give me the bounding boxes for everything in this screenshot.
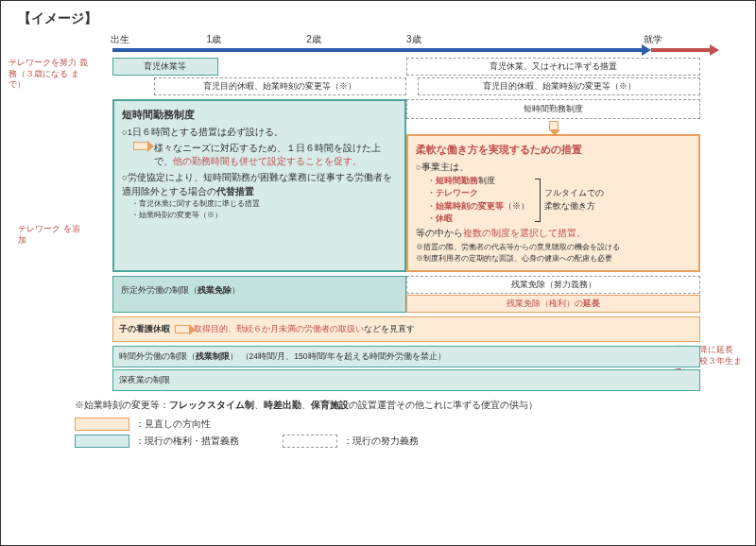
flex-note1: ※措置の際、労働者の代表等からの意見聴取の機会を設ける — [416, 242, 691, 253]
flex-bracket: フルタイムでの 柔軟な働き方 — [544, 187, 604, 213]
box-right-short: 短時間勤務制度 — [406, 99, 700, 119]
box-overtime-exempt: 所定外労働の制限（残業免除） — [112, 276, 406, 313]
legend-dash-label: ：現行の努力義務 — [343, 435, 419, 448]
box-time-limit: 時間外労働の制限（残業制限） （24時間/月、150時間/年を超える時間外労働を… — [112, 346, 700, 367]
box-nursing: 子の看護休暇 取得目的、勤続６か月未満の労働者の取扱いなどを見直す — [112, 316, 700, 342]
arrow-icon-2 — [175, 325, 190, 333]
short-time-title: 短時間勤務制度 — [122, 107, 397, 123]
flex-note2: ※制度利用者の定期的な面談、心身の健康への配慮も必要 — [416, 253, 691, 264]
legend-swatch-dash — [283, 435, 337, 448]
timeline-arrow-blue — [112, 48, 644, 52]
short-time-sub1: ・育児休業に関する制度に準じる措置 — [131, 198, 397, 210]
box-overtime-duty: 残業免除（努力義務） — [406, 276, 700, 294]
flex-b1: ・短時間勤務 — [427, 176, 478, 185]
timeline: 出生 1歳 2歳 3歳 就学 — [112, 33, 700, 58]
box-night: 深夜業の制限 — [112, 369, 700, 391]
arrow-down-icon — [549, 121, 558, 130]
flex-b3: ・始業時刻の変更等 — [427, 201, 504, 211]
box-overtime-extend: 残業免除（権利）の延長 — [406, 295, 700, 313]
flex-b2: ・テレワーク — [427, 187, 529, 200]
box-childcare-leave: 育児休業等 — [112, 58, 218, 76]
box-purpose-right: 育児目的休暇、始業時刻の変更等（※） — [418, 77, 700, 95]
box-childcare-equiv: 育児休業、又はそれに準ずる措置 — [406, 58, 700, 76]
page-title: 【イメージ】 — [18, 10, 738, 27]
flex-lead: ○事業主は、 — [416, 161, 691, 174]
flex-tail: 複数の制度を選択して措置。 — [463, 228, 586, 238]
flex-b4: ・休暇 — [427, 213, 529, 226]
legend-peach-label: ：見直しの方向性 — [135, 418, 211, 431]
flex-box: 柔軟な働き方を実現するための措置 ○事業主は、 ・短時間勤務制度 ・テレワーク … — [406, 134, 700, 272]
arrow-icon — [133, 142, 148, 150]
legend-swatch-teal — [75, 435, 129, 448]
footnote-legend: ※始業時刻の変更等：フレックスタイム制、時差出勤、保育施設の設置運営その他これに… — [75, 399, 738, 448]
short-time-box: 短時間勤務制度 ○1日６時間とする措置は必ず設ける。 様々なニーズに対応するため… — [112, 99, 406, 272]
short-time-p2b: 他の勤務時間も併せて設定することを促す。 — [173, 156, 362, 166]
short-time-sub2: ・始業時刻の変更等（※） — [131, 210, 397, 221]
flex-title: 柔軟な働き方を実現するための措置 — [416, 142, 691, 158]
timeline-arrow-red — [651, 48, 712, 52]
short-time-p3: ○労使協定により、短時間勤務が困難な業務に従事する労働者を適用除外とする場合の — [122, 172, 392, 196]
callout-telework-add: テレワーク を追加 — [18, 224, 84, 246]
legend-swatch-peach — [75, 418, 129, 431]
callout-telework-duty: テレワークを努力 義務（３歳になる まで） — [9, 58, 92, 91]
legend-teal-label: ：現行の権利・措置義務 — [135, 435, 239, 448]
box-purpose-left: 育児目的休暇、始業時刻の変更等（※） — [154, 77, 406, 95]
short-time-p3b: 代替措置 — [216, 186, 254, 196]
short-time-p1: ○1日６時間とする措置は必ず設ける。 — [122, 126, 397, 139]
